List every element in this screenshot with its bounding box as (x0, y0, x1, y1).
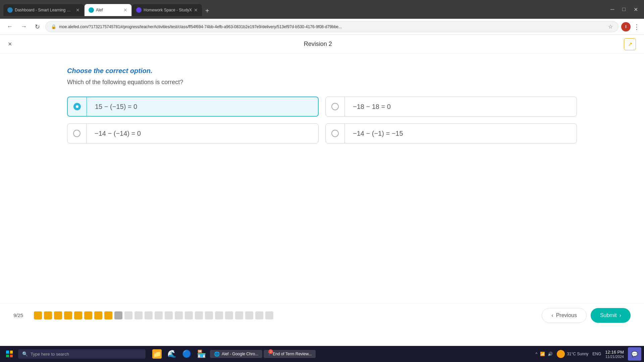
url-bar[interactable]: 🔒 moe.alefed.com/?1732175745781#/progres… (45, 21, 619, 32)
tab-favicon-1 (7, 7, 13, 13)
tab-close-2[interactable]: ✕ (123, 7, 127, 13)
radio-a (73, 103, 81, 110)
progress-dot-filled (64, 311, 72, 319)
security-icon: 🔒 (51, 24, 56, 29)
progress-dot-empty (124, 311, 132, 319)
previous-button[interactable]: ‹ Previous (542, 308, 587, 323)
progress-dot-filled (84, 311, 92, 319)
option-text-b: −18 − 18 = 0 (345, 98, 577, 116)
progress-dot-filled (34, 311, 42, 319)
file-explorer-icon: 📁 (152, 349, 162, 359)
tab-close-1[interactable]: ✕ (76, 7, 80, 13)
tab-dashboard[interactable]: Dashboard - Smart Learning Ga... ✕ (3, 4, 84, 16)
maximize-button[interactable]: □ (620, 5, 628, 14)
browser-chrome: Dashboard - Smart Learning Ga... ✕ Alef … (0, 0, 644, 19)
search-icon: 🔍 (22, 351, 28, 357)
start-button[interactable] (3, 347, 16, 361)
store-icon: 🏪 (197, 349, 206, 359)
expand-icon: ↗ (628, 41, 632, 47)
submit-button[interactable]: Submit › (591, 308, 631, 323)
new-tab-button[interactable]: + (203, 6, 212, 16)
option-c[interactable]: −14 − (−14) = 0 (67, 123, 319, 143)
close-page-button[interactable]: × (8, 40, 12, 48)
chrome-icon: 🔵 (182, 349, 191, 359)
nav-buttons: ‹ Previous Submit › (542, 308, 631, 323)
radio-col-d (326, 130, 344, 137)
active-teams-label: End of Term Review... (273, 352, 312, 356)
tab-favicon-2 (89, 7, 94, 13)
radio-d (331, 130, 339, 137)
url-text: moe.alefed.com/?1732175745781#/progress/… (59, 24, 603, 29)
radio-b (331, 103, 339, 110)
wifi-icon: 📶 (540, 352, 545, 356)
back-button[interactable]: ← (4, 22, 15, 32)
progress-dot-empty (225, 311, 233, 319)
tab-label-1: Dashboard - Smart Learning Ga... (15, 8, 74, 12)
chevron-right-icon: › (620, 312, 621, 318)
reload-button[interactable]: ↻ (32, 22, 43, 32)
progress-dot-empty (185, 311, 193, 319)
progress-dot-empty (205, 311, 213, 319)
progress-dots (34, 311, 535, 319)
option-b[interactable]: −18 − 18 = 0 (325, 97, 577, 117)
taskbar-search[interactable]: 🔍 Type here to search (18, 349, 146, 359)
search-placeholder: Type here to search (31, 352, 69, 357)
progress-dot-empty (155, 311, 163, 319)
progress-dot-filled (44, 311, 52, 319)
close-window-button[interactable]: ✕ (631, 5, 641, 14)
progress-dot-filled (104, 311, 112, 319)
page-title: Revision 2 (12, 41, 624, 48)
question-text: Which of the following equations is corr… (67, 79, 577, 86)
progress-dot-empty (135, 311, 143, 319)
options-grid: 15 − (−15) = 0 −18 − 18 = 0 −14 − (−14) … (67, 97, 577, 143)
chat-icon: 💬 (631, 351, 638, 357)
bottom-nav: 9/25 ‹ Previous Submit › (0, 303, 644, 327)
weather-widget: 31°C Sunny (557, 350, 588, 358)
progress-dot-empty (255, 311, 263, 319)
radio-col-b (326, 103, 344, 110)
taskbar: 🔍 Type here to search 📁 🌊 🔵 🏪 🌐 Alef - G… (0, 346, 644, 362)
progress-dot-filled (74, 311, 82, 319)
active-teams[interactable]: T 2 End of Term Review... (264, 350, 316, 358)
progress-dot-empty (245, 311, 253, 319)
browser-tabs: Dashboard - Smart Learning Ga... ✕ Alef … (3, 3, 600, 16)
bookmark-icon[interactable]: ☆ (608, 23, 613, 30)
tab-alef[interactable]: Alef ✕ (85, 4, 131, 16)
tab-label-2: Alef (96, 8, 103, 12)
active-chrome-label: Alef - Google Chro... (222, 352, 258, 356)
browser-menu-button[interactable]: ⋮ (633, 23, 640, 31)
taskbar-chrome[interactable]: 🔵 (180, 347, 193, 361)
taskbar-edge[interactable]: 🌊 (165, 347, 178, 361)
progress-dot-current (114, 311, 122, 319)
lang-indicator: ENG (592, 352, 601, 356)
option-d[interactable]: −14 − (−1) = −15 (325, 123, 577, 143)
tab-close-3[interactable]: ✕ (194, 7, 198, 13)
progress-dot-filled (94, 311, 102, 319)
option-text-c: −14 − (−14) = 0 (87, 124, 318, 143)
forward-button[interactable]: → (18, 22, 30, 32)
expand-button[interactable]: ↗ (624, 38, 636, 50)
windows-logo (6, 351, 13, 357)
progress-counter: 9/25 (13, 312, 23, 318)
chevron-left-icon: ‹ (551, 312, 553, 318)
address-bar: ← → ↻ 🔒 moe.alefed.com/?1732175745781#/p… (0, 19, 644, 35)
taskbar-store[interactable]: 🏪 (195, 347, 208, 361)
chat-button[interactable]: 💬 (628, 347, 641, 361)
sound-icon: 🔊 (548, 352, 553, 356)
radio-c (73, 130, 80, 137)
minimize-button[interactable]: ─ (608, 5, 617, 14)
radio-inner-a (76, 105, 78, 108)
option-a[interactable]: 15 − (−15) = 0 (67, 97, 319, 117)
profile-icon[interactable]: I (621, 22, 631, 32)
option-text-a: 15 − (−15) = 0 (87, 98, 318, 116)
tab-studyx[interactable]: Homework Space - StudyX ✕ (132, 4, 202, 16)
tray-arrow[interactable]: ^ (536, 352, 538, 356)
active-chrome[interactable]: 🌐 Alef - Google Chro... (210, 350, 262, 358)
progress-dot-empty (165, 311, 173, 319)
page-content: × Revision 2 ↗ Choose the correct option… (0, 35, 644, 327)
question-instruction: Choose the correct option. (67, 67, 577, 75)
taskbar-file-explorer[interactable]: 📁 (150, 347, 164, 361)
weather-text: 31°C Sunny (567, 352, 588, 356)
time-block: 12:16 PM 11/21/2024 (605, 350, 624, 359)
sun-icon (557, 350, 565, 358)
